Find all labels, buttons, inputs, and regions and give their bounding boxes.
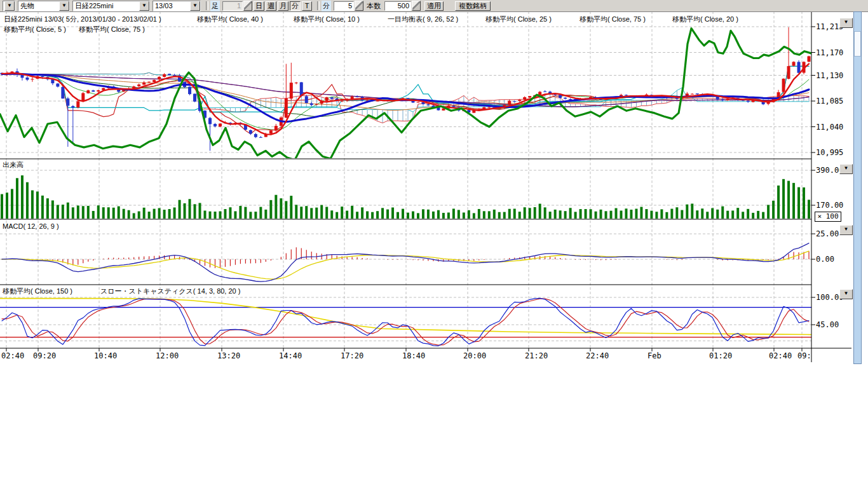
legend-item: 移動平均( Close, 5 ) bbox=[4, 25, 66, 34]
bar-type-label: 足 bbox=[210, 1, 220, 11]
bar-count-label: 本数 bbox=[365, 1, 382, 11]
x-axis-tick-label: 13:20 bbox=[217, 351, 240, 360]
x-axis-tick-label: 17:20 bbox=[341, 351, 363, 360]
volume-pane-menu-button[interactable]: ▼ bbox=[839, 164, 853, 174]
x-axis-tick-label: Feb bbox=[648, 351, 661, 360]
x-axis-tick-label: 21:20 bbox=[525, 351, 548, 360]
scrollbar-thumb[interactable] bbox=[854, 31, 861, 57]
y-axis-tick-label: 45.00 bbox=[816, 320, 839, 329]
legend-item: 移動平均( Close, 25 ) bbox=[485, 15, 552, 24]
x-axis-tick-label: 09:20 bbox=[33, 351, 56, 360]
stoch-ma-label: 移動平均( Close, 150 ) bbox=[3, 287, 72, 296]
x-axis-tick-label: 20:00 bbox=[463, 351, 486, 360]
contract-combo-value: 13/03 bbox=[153, 2, 175, 10]
period-button-T[interactable]: T bbox=[302, 1, 312, 11]
chart-plot-area[interactable]: 日経225mini 13/03( 5分, 2013/01/30 - 2013/0… bbox=[0, 0, 868, 488]
y-axis-tick-label: 11,040 bbox=[816, 123, 843, 132]
x-axis-tick-label: 14:40 bbox=[279, 351, 302, 360]
contract-combo[interactable]: 13/03 ▼ bbox=[153, 1, 201, 11]
y-axis-tick-label: 0.00 bbox=[816, 255, 834, 264]
x-axis-tick-label: 22:40 bbox=[586, 351, 609, 360]
legend-item: 移動平均( Close, 75 ) bbox=[79, 25, 145, 34]
period-button-日[interactable]: 日 bbox=[254, 1, 264, 11]
scale-combo[interactable]: ▼ bbox=[3, 1, 15, 11]
spinner-buttons-icon[interactable] bbox=[243, 1, 252, 11]
main-toolbar: ▼ 先物 ▼ 日経225mini ▼ 13/03 ▼ 足 1 日週月分T 分 5… bbox=[0, 0, 868, 12]
macd-pane-label: MACD( 12, 26, 9 ) bbox=[3, 222, 59, 230]
y-axis-tick-label: 170.00 bbox=[816, 201, 843, 210]
bar-interval-value: 1 bbox=[222, 1, 243, 11]
y-axis-tick-label: 11,085 bbox=[816, 97, 843, 105]
bar-count-value: 500 bbox=[384, 1, 411, 11]
volume-multiplier-badge: × 100 bbox=[815, 212, 841, 222]
trading-chart-window: 日経225mini 13/03( 5分, 2013/01/30 - 2013/0… bbox=[0, 0, 868, 488]
spinner-buttons-icon[interactable] bbox=[355, 1, 363, 11]
minute-label: 分 bbox=[322, 1, 331, 11]
legend-item: 移動平均( Close, 75 ) bbox=[580, 15, 646, 24]
volume-pane-label: 出来高 bbox=[3, 160, 24, 170]
period-button-週[interactable]: 週 bbox=[266, 1, 276, 11]
y-axis-tick-label: 25.00 bbox=[816, 229, 839, 238]
toolbar-separator bbox=[317, 1, 320, 10]
x-axis-tick-label: 02:40 bbox=[769, 351, 792, 360]
legend-item: 移動平均( Close, 40 ) bbox=[197, 15, 263, 24]
x-axis-tick-label: 12:00 bbox=[156, 351, 179, 360]
symbol-combo-value: 日経225mini bbox=[73, 1, 116, 11]
apply-button[interactable]: 適用 bbox=[424, 1, 444, 11]
y-axis-tick-label: 11,130 bbox=[816, 71, 843, 80]
chevron-down-icon[interactable]: ▼ bbox=[190, 1, 200, 11]
period-button-分[interactable]: 分 bbox=[290, 1, 301, 11]
toolbar-separator bbox=[206, 1, 208, 10]
bar-count-stepper[interactable]: 500 bbox=[384, 1, 421, 11]
legend-item: 移動平均( Close, 10 ) bbox=[294, 15, 360, 24]
x-axis-tick-label: 10:40 bbox=[94, 351, 117, 360]
x-axis-tick-label: 09: bbox=[797, 351, 811, 360]
x-axis-tick-label: 01:20 bbox=[709, 351, 732, 360]
chevron-down-icon[interactable]: ▼ bbox=[4, 1, 15, 11]
macd-pane-menu-button[interactable]: ▼ bbox=[839, 225, 853, 235]
y-axis-tick-label: 10,995 bbox=[816, 148, 843, 157]
symbol-combo[interactable]: 日経225mini ▼ bbox=[72, 1, 150, 11]
period-button-group: 日週月分T bbox=[252, 1, 312, 11]
period-button-月[interactable]: 月 bbox=[278, 1, 288, 11]
market-combo-value: 先物 bbox=[18, 1, 36, 11]
chart-canvas[interactable] bbox=[0, 0, 853, 369]
legend-item: 日経225mini 13/03( 5分, 2013/01/30 - 2013/0… bbox=[4, 15, 161, 24]
spinner-buttons-icon[interactable] bbox=[412, 1, 421, 11]
minute-value: 5 bbox=[334, 1, 354, 11]
price-pane-menu-button[interactable]: ▼ bbox=[839, 18, 853, 28]
x-axis-tick-label: 02:40 bbox=[1, 351, 24, 360]
stoch-pane-menu-button[interactable]: ▼ bbox=[839, 289, 853, 299]
y-axis-tick-label: 11,170 bbox=[816, 48, 843, 57]
vertical-scrollbar[interactable] bbox=[853, 11, 862, 364]
market-combo[interactable]: 先物 ▼ bbox=[18, 1, 70, 11]
multi-symbol-button[interactable]: 複数銘柄 bbox=[455, 1, 491, 11]
legend-item: 一目均衡表( 9, 26, 52 ) bbox=[388, 15, 458, 24]
bar-interval-stepper[interactable]: 1 bbox=[222, 1, 252, 11]
chevron-down-icon[interactable]: ▼ bbox=[59, 1, 69, 11]
chevron-down-icon[interactable]: ▼ bbox=[139, 1, 149, 11]
legend-item: 移動平均( Close, 20 ) bbox=[672, 15, 738, 24]
x-axis-tick-label: 18:40 bbox=[402, 351, 425, 360]
minute-stepper[interactable]: 5 bbox=[334, 1, 363, 11]
stoch-pane-label: スロー・ストキャスティクス( 14, 3, 80, 20 ) bbox=[100, 287, 240, 296]
